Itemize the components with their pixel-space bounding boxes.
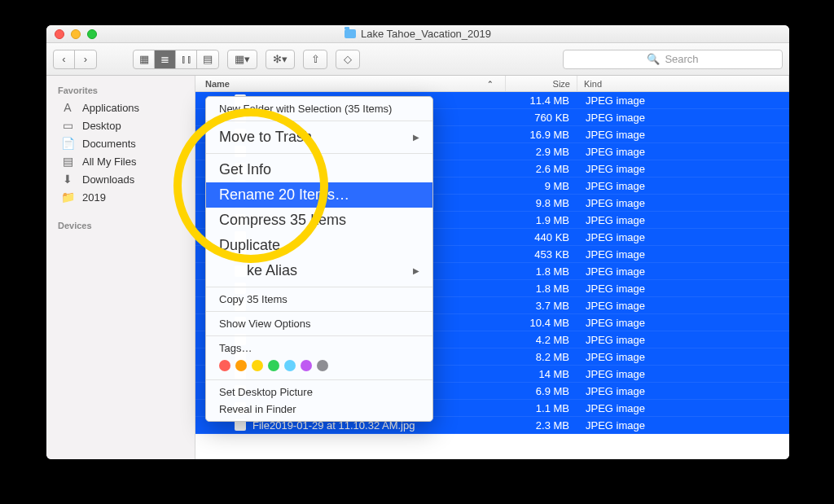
menu-copy[interactable]: Copy 35 Items — [206, 291, 432, 308]
search-field[interactable]: 🔍 Search — [563, 50, 783, 69]
back-button[interactable]: ‹ — [54, 50, 75, 68]
file-kind: JPEG image — [577, 334, 789, 346]
zoom-button[interactable] — [87, 29, 97, 39]
sidebar-item-icon: A — [61, 101, 74, 114]
window-title: Lake Tahoe_Vacation_2019 — [361, 28, 491, 40]
sidebar-item-label: 2019 — [82, 191, 106, 204]
sidebar-item[interactable]: AApplications — [46, 99, 195, 116]
sidebar: Favorites AApplications▭Desktop📄Document… — [46, 76, 195, 459]
file-size: 1.8 MB — [506, 283, 577, 295]
tag-color[interactable] — [268, 360, 279, 371]
toolbar: ‹ › ▦ ≣ ⫿⫿ ▤ ▦▾ ✻▾ ⇧ ◇ 🔍 Search — [46, 43, 789, 76]
file-size: 760 KB — [506, 112, 577, 124]
menu-new-folder[interactable]: New Folder with Selection (35 Items) — [206, 100, 432, 117]
menu-get-info[interactable]: Get Info — [206, 157, 432, 182]
file-kind: JPEG image — [577, 368, 789, 380]
sidebar-item-icon: ▤ — [61, 155, 74, 168]
file-kind: JPEG image — [577, 163, 789, 175]
view-gallery-button[interactable]: ▤ — [197, 50, 218, 68]
file-size: 3.7 MB — [506, 300, 577, 312]
sidebar-item-label: Applications — [82, 102, 139, 114]
window-controls — [46, 29, 97, 39]
sidebar-item-icon: ▭ — [61, 119, 74, 132]
file-size: 2.3 MB — [506, 419, 577, 432]
tag-color[interactable] — [219, 360, 230, 371]
minimize-button[interactable] — [71, 29, 81, 39]
sidebar-item-icon: ⬇ — [61, 173, 74, 186]
file-kind: JPEG image — [577, 402, 789, 414]
file-size: 16.9 MB — [506, 129, 577, 141]
file-kind: JPEG image — [577, 129, 789, 141]
file-size: 4.2 MB — [506, 334, 577, 346]
tag-color[interactable] — [252, 360, 263, 371]
file-size: 10.4 MB — [506, 317, 577, 329]
share-button[interactable]: ⇧ — [303, 50, 327, 69]
sidebar-item[interactable]: 📁2019 — [46, 188, 195, 206]
menu-move-to-trash[interactable]: Move to Trash▶ — [206, 125, 432, 150]
menu-reveal-in-finder[interactable]: Reveal in Finder — [206, 401, 432, 418]
menu-set-desktop-picture[interactable]: Set Desktop Picture — [206, 383, 432, 401]
column-name[interactable]: Name ⌃ — [199, 76, 506, 91]
menu-make-alias[interactable]: ke Alias▶ — [206, 258, 432, 283]
tags-button[interactable]: ◇ — [336, 50, 360, 69]
file-kind: JPEG image — [577, 419, 789, 432]
file-size: 2.9 MB — [506, 146, 577, 158]
sidebar-item[interactable]: 📄Documents — [46, 134, 195, 152]
search-placeholder: Search — [665, 53, 698, 65]
file-kind: JPEG image — [577, 385, 789, 397]
menu-show-view-options[interactable]: Show View Options — [206, 315, 432, 332]
tag-color[interactable] — [301, 360, 312, 371]
sidebar-item[interactable]: ▭Desktop — [46, 116, 195, 134]
view-icon-button[interactable]: ▦ — [134, 50, 155, 68]
search-icon: 🔍 — [647, 53, 660, 65]
view-column-button[interactable]: ⫿⫿ — [176, 50, 197, 68]
file-size: 2.6 MB — [506, 163, 577, 175]
file-kind: JPEG image — [577, 94, 789, 107]
nav-back-forward: ‹ › — [53, 50, 97, 69]
view-list-button[interactable]: ≣ — [155, 50, 176, 68]
menu-compress[interactable]: Compress 35 Items — [206, 208, 432, 233]
file-size: 11.4 MB — [506, 94, 577, 107]
file-size: 440 KB — [506, 231, 577, 243]
submenu-arrow-icon: ▶ — [413, 133, 419, 142]
close-button[interactable] — [55, 29, 64, 39]
menu-rename-items[interactable]: Rename 20 Items… — [206, 182, 432, 208]
tag-color-row — [206, 357, 432, 376]
file-kind: JPEG image — [577, 351, 789, 363]
folder-icon — [345, 29, 356, 38]
sidebar-item-label: All My Files — [82, 156, 136, 168]
action-button[interactable]: ✻▾ — [266, 50, 295, 69]
menu-duplicate[interactable]: Duplicate — [206, 233, 432, 258]
file-kind: JPEG image — [577, 180, 789, 192]
file-kind: JPEG image — [577, 214, 789, 226]
file-kind: JPEG image — [577, 146, 789, 158]
sidebar-header-devices: Devices — [46, 217, 195, 234]
sidebar-item-label: Downloads — [82, 173, 134, 186]
titlebar: Lake Tahoe_Vacation_2019 — [46, 25, 789, 43]
tag-color[interactable] — [317, 360, 328, 371]
column-kind[interactable]: Kind — [577, 76, 789, 91]
sidebar-header-favorites: Favorites — [46, 82, 195, 99]
tag-color[interactable] — [235, 360, 247, 371]
file-kind: JPEG image — [577, 112, 789, 124]
file-size: 8.2 MB — [506, 351, 577, 363]
sidebar-item[interactable]: ▤All My Files — [46, 152, 195, 170]
forward-button[interactable]: › — [75, 50, 96, 68]
file-size: 1.8 MB — [506, 265, 577, 278]
file-kind: JPEG image — [577, 317, 789, 329]
column-size[interactable]: Size — [506, 76, 577, 91]
submenu-arrow-icon: ▶ — [413, 266, 419, 275]
file-kind: JPEG image — [577, 231, 789, 243]
file-size: 9.8 MB — [506, 197, 577, 209]
sidebar-item[interactable]: ⬇Downloads — [46, 170, 195, 188]
file-size: 453 KB — [506, 248, 577, 261]
menu-tags[interactable]: Tags… — [206, 340, 432, 357]
context-menu: New Folder with Selection (35 Items) Mov… — [205, 96, 433, 422]
file-size: 1.9 MB — [506, 214, 577, 226]
arrange-button[interactable]: ▦▾ — [227, 50, 257, 69]
tag-color[interactable] — [284, 360, 296, 371]
sidebar-item-icon: 📄 — [61, 137, 74, 150]
view-mode-segment: ▦ ≣ ⫿⫿ ▤ — [133, 50, 219, 69]
file-kind: JPEG image — [577, 300, 789, 312]
file-kind: JPEG image — [577, 265, 789, 278]
